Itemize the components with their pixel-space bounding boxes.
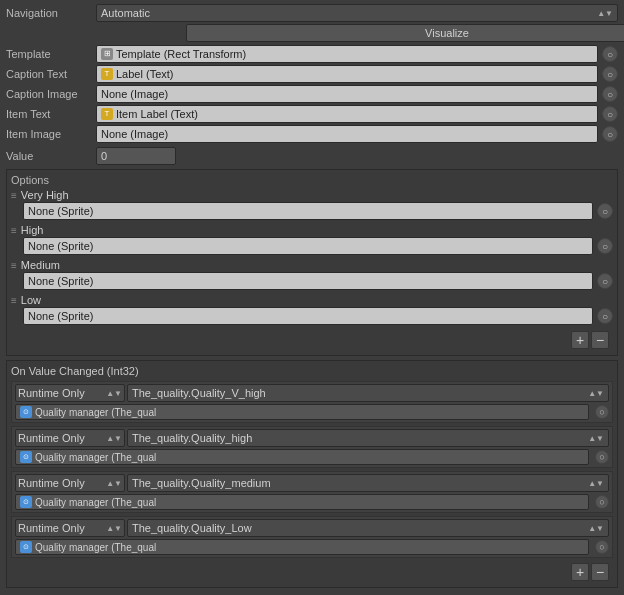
value-field[interactable]: 0 xyxy=(96,147,176,165)
runtime-arrow-icon: ▲▼ xyxy=(106,479,122,488)
option-name-very-high: Very High xyxy=(21,189,69,201)
option-sprite-very-high-btn[interactable]: ○ xyxy=(597,203,613,219)
events-remove-button[interactable]: − xyxy=(591,563,609,581)
options-label: Options xyxy=(11,174,613,186)
method-arrow-icon: ▲▼ xyxy=(588,479,604,488)
navigation-dropdown[interactable]: Automatic ▲▼ xyxy=(96,4,618,22)
option-sprite-very-high: None (Sprite) xyxy=(23,202,593,220)
item-text-field: T Item Label (Text) xyxy=(96,105,598,123)
runtime-select-3[interactable]: Runtime Only ▲▼ xyxy=(15,474,125,492)
list-item: Runtime Only ▲▼ The_quality.Quality_V_hi… xyxy=(11,381,613,423)
runtime-select-2[interactable]: Runtime Only ▲▼ xyxy=(15,429,125,447)
object-field-1: ⊙ Quality manager (The_qual xyxy=(15,404,589,420)
caption-image-circle-btn[interactable]: ○ xyxy=(602,86,618,102)
caption-image-label: Caption Image xyxy=(6,88,96,100)
options-add-button[interactable]: + xyxy=(571,331,589,349)
nav-arrow-icon: ▲▼ xyxy=(597,9,613,18)
drag-handle-icon[interactable]: ≡ xyxy=(11,225,17,236)
object-icon-1: ⊙ xyxy=(20,406,32,418)
runtime-arrow-icon: ▲▼ xyxy=(106,434,122,443)
list-item: ≡ Low None (Sprite) ○ xyxy=(11,294,613,325)
option-sprite-medium: None (Sprite) xyxy=(23,272,593,290)
runtime-arrow-icon: ▲▼ xyxy=(106,389,122,398)
method-arrow-icon: ▲▼ xyxy=(588,434,604,443)
object-icon-4: ⊙ xyxy=(20,541,32,553)
drag-handle-icon[interactable]: ≡ xyxy=(11,190,17,201)
method-select-4[interactable]: The_quality.Quality_Low ▲▼ xyxy=(127,519,609,537)
item-image-field: None (Image) xyxy=(96,125,598,143)
caption-text-circle-btn[interactable]: ○ xyxy=(602,66,618,82)
options-add-remove-row: + − xyxy=(11,329,613,351)
runtime-arrow-icon: ▲▼ xyxy=(106,524,122,533)
visualize-button[interactable]: Visualize xyxy=(186,24,624,42)
template-field: ⊞ Template (Rect Transform) xyxy=(96,45,598,63)
option-sprite-high-btn[interactable]: ○ xyxy=(597,238,613,254)
value-label: Value xyxy=(6,150,96,162)
caption-text-label: Caption Text xyxy=(6,68,96,80)
template-icon: ⊞ xyxy=(101,48,113,60)
object-field-4: ⊙ Quality manager (The_qual xyxy=(15,539,589,555)
method-select-3[interactable]: The_quality.Quality_medium ▲▼ xyxy=(127,474,609,492)
method-arrow-icon: ▲▼ xyxy=(588,524,604,533)
drag-handle-icon[interactable]: ≡ xyxy=(11,295,17,306)
events-header: On Value Changed (Int32) xyxy=(11,365,613,377)
options-section: Options ≡ Very High None (Sprite) ○ ≡ Hi… xyxy=(6,169,618,356)
object-field-3: ⊙ Quality manager (The_qual xyxy=(15,494,589,510)
runtime-select-4[interactable]: Runtime Only ▲▼ xyxy=(15,519,125,537)
list-item: ≡ High None (Sprite) ○ xyxy=(11,224,613,255)
option-sprite-medium-btn[interactable]: ○ xyxy=(597,273,613,289)
list-item: ≡ Very High None (Sprite) ○ xyxy=(11,189,613,220)
events-section: On Value Changed (Int32) Runtime Only ▲▼… xyxy=(6,360,618,588)
options-remove-button[interactable]: − xyxy=(591,331,609,349)
list-item: Runtime Only ▲▼ The_quality.Quality_Low … xyxy=(11,516,613,558)
method-select-1[interactable]: The_quality.Quality_V_high ▲▼ xyxy=(127,384,609,402)
item-text-label: Item Text xyxy=(6,108,96,120)
option-name-low: Low xyxy=(21,294,41,306)
object-icon-3: ⊙ xyxy=(20,496,32,508)
object-circle-btn-2[interactable]: ○ xyxy=(595,450,609,464)
object-circle-btn-4[interactable]: ○ xyxy=(595,540,609,554)
object-field-2: ⊙ Quality manager (The_qual xyxy=(15,449,589,465)
navigation-label: Navigation xyxy=(6,7,96,19)
method-select-2[interactable]: The_quality.Quality_high ▲▼ xyxy=(127,429,609,447)
caption-text-field: T Label (Text) xyxy=(96,65,598,83)
events-add-remove-row: + − xyxy=(11,561,613,583)
runtime-select-1[interactable]: Runtime Only ▲▼ xyxy=(15,384,125,402)
object-circle-btn-3[interactable]: ○ xyxy=(595,495,609,509)
object-icon-2: ⊙ xyxy=(20,451,32,463)
item-image-circle-btn[interactable]: ○ xyxy=(602,126,618,142)
template-label: Template xyxy=(6,48,96,60)
method-arrow-icon: ▲▼ xyxy=(588,389,604,398)
object-circle-btn-1[interactable]: ○ xyxy=(595,405,609,419)
item-text-circle-btn[interactable]: ○ xyxy=(602,106,618,122)
option-sprite-low-btn[interactable]: ○ xyxy=(597,308,613,324)
option-sprite-low: None (Sprite) xyxy=(23,307,593,325)
item-image-label: Item Image xyxy=(6,128,96,140)
option-name-medium: Medium xyxy=(21,259,60,271)
option-sprite-high: None (Sprite) xyxy=(23,237,593,255)
events-add-button[interactable]: + xyxy=(571,563,589,581)
drag-handle-icon[interactable]: ≡ xyxy=(11,260,17,271)
list-item: Runtime Only ▲▼ The_quality.Quality_high… xyxy=(11,426,613,468)
option-name-high: High xyxy=(21,224,44,236)
caption-image-field: None (Image) xyxy=(96,85,598,103)
list-item: Runtime Only ▲▼ The_quality.Quality_medi… xyxy=(11,471,613,513)
caption-text-icon: T xyxy=(101,68,113,80)
template-circle-btn[interactable]: ○ xyxy=(602,46,618,62)
item-text-icon: T xyxy=(101,108,113,120)
list-item: ≡ Medium None (Sprite) ○ xyxy=(11,259,613,290)
